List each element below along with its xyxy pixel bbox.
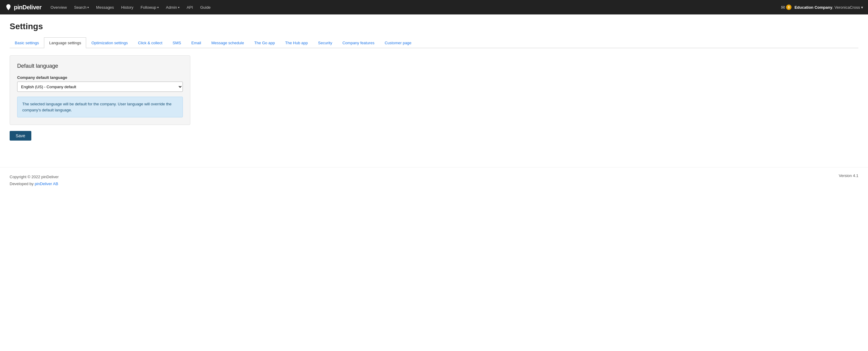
chevron-down-icon: ▾ <box>178 6 180 9</box>
page-title: Settings <box>10 22 858 31</box>
chevron-down-icon: ▾ <box>87 6 89 9</box>
brand-icon <box>5 4 12 11</box>
tab-content: Default language Company default languag… <box>10 48 858 148</box>
brand-name: pinDeliver <box>14 4 41 11</box>
language-info-box: The selected language will be default fo… <box>17 97 183 118</box>
nav-guide[interactable]: Guide <box>197 0 214 14</box>
nav-overview[interactable]: Overview <box>48 0 70 14</box>
card-title: Default language <box>17 63 183 69</box>
mail-icon: ✉ <box>781 4 785 10</box>
tab-security[interactable]: Security <box>313 37 337 48</box>
version-text: Version 4.1 <box>839 173 858 178</box>
tab-sms[interactable]: SMS <box>167 37 186 48</box>
footer: Copyright © 2022 pinDeliver Developed by… <box>0 167 868 194</box>
tab-go-app[interactable]: The Go app <box>249 37 280 48</box>
tab-basic-settings[interactable]: Basic settings <box>10 37 44 48</box>
nav-search[interactable]: Search ▾ <box>71 0 92 14</box>
footer-left: Copyright © 2022 pinDeliver Developed by… <box>10 173 59 188</box>
nav-history[interactable]: History <box>118 0 136 14</box>
navbar-right: ✉ 0 Education Company, VeronicaCross ▾ <box>781 4 863 10</box>
settings-tabs: Basic settings Language settings Optimiz… <box>10 37 858 48</box>
settings-page: Settings Basic settings Language setting… <box>0 14 868 155</box>
developed-by: Developed by pinDeliver AB <box>10 180 59 187</box>
chevron-down-icon: ▾ <box>157 6 159 9</box>
tab-click-collect[interactable]: Click & collect <box>133 37 167 48</box>
navbar: pinDeliver Overview Search ▾ Messages Hi… <box>0 0 868 14</box>
mail-badge[interactable]: ✉ 0 <box>781 4 792 10</box>
mail-count-badge: 0 <box>786 4 792 10</box>
tab-email[interactable]: Email <box>186 37 206 48</box>
nav-api[interactable]: API <box>184 0 196 14</box>
brand-logo[interactable]: pinDeliver <box>5 4 41 11</box>
default-language-card: Default language Company default languag… <box>10 55 190 125</box>
user-info: Education Company, VeronicaCross ▾ <box>795 5 863 10</box>
tab-message-schedule[interactable]: Message schedule <box>206 37 249 48</box>
info-text: The selected language will be default fo… <box>22 102 172 112</box>
tab-hub-app[interactable]: The Hub app <box>280 37 313 48</box>
tab-language-settings[interactable]: Language settings <box>44 37 86 48</box>
language-field-label: Company default language <box>17 75 183 80</box>
tab-customer-page[interactable]: Customer page <box>379 37 416 48</box>
nav-messages[interactable]: Messages <box>93 0 117 14</box>
copyright-text: Copyright © 2022 pinDeliver <box>10 173 59 180</box>
tab-company-features[interactable]: Company features <box>337 37 379 48</box>
save-button[interactable]: Save <box>10 131 31 140</box>
tab-optimization-settings[interactable]: Optimization settings <box>86 37 133 48</box>
language-select[interactable]: English (US) - Company defaultSwedishNor… <box>17 82 183 92</box>
nav-followup[interactable]: Followup ▾ <box>137 0 162 14</box>
nav-admin[interactable]: Admin ▾ <box>163 0 183 14</box>
pindeliver-link[interactable]: pinDeliver AB <box>35 182 58 186</box>
